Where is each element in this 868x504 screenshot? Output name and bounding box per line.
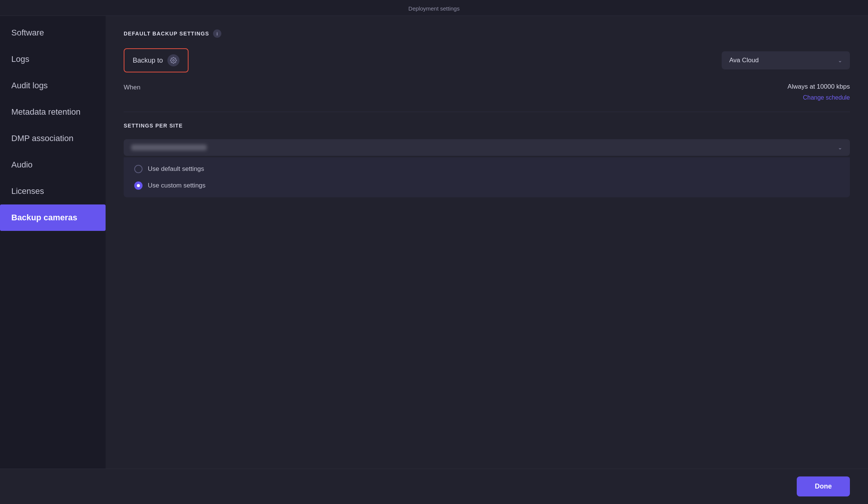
radio-circle-use-default [134,165,143,173]
svg-point-0 [173,60,175,61]
title-bar: Deployment settings [0,0,868,16]
radio-options-container: Use default settingsUse custom settings [124,157,850,197]
sidebar-item-dmp-association[interactable]: DMP association [0,125,106,152]
default-backup-header: DEFAULT BACKUP SETTINGS i [124,29,850,38]
radio-option-use-default[interactable]: Use default settings [134,165,839,173]
sidebar-item-licenses[interactable]: Licenses [0,178,106,204]
sidebar: SoftwareLogsAudit logsMetadata retention… [0,16,106,469]
when-row: When Always at 10000 kbps Change schedul… [124,83,850,101]
main-layout: SoftwareLogsAudit logsMetadata retention… [0,16,868,469]
when-value: Always at 10000 kbps [788,83,850,91]
backup-to-button[interactable]: Backup to [124,48,189,72]
change-schedule-link[interactable]: Change schedule [803,94,850,101]
per-site-title: SETTINGS PER SITE [124,123,183,129]
radio-circle-use-custom [134,181,143,190]
sidebar-item-software[interactable]: Software [0,20,106,46]
backup-to-row: Backup to Ava Cloud ⌄ [124,48,850,72]
section-divider [124,112,850,112]
radio-option-use-custom[interactable]: Use custom settings [134,181,839,190]
radio-label-use-custom: Use custom settings [148,182,205,189]
when-value-block: Always at 10000 kbps Change schedule [788,83,850,101]
chevron-down-icon: ⌄ [838,57,842,63]
per-site-header: SETTINGS PER SITE [124,123,850,129]
sidebar-item-metadata-retention[interactable]: Metadata retention [0,99,106,125]
site-selector-bar[interactable]: ⌄ [124,139,850,156]
radio-label-use-default: Use default settings [148,165,204,173]
backup-destination-value: Ava Cloud [729,57,759,64]
backup-to-label: Backup to [133,57,163,65]
content-area: DEFAULT BACKUP SETTINGS i Backup to Ava … [106,16,868,469]
info-icon[interactable]: i [213,29,221,38]
site-name-blurred [131,144,207,151]
default-backup-title: DEFAULT BACKUP SETTINGS [124,31,209,37]
done-button[interactable]: Done [797,476,850,496]
bottom-bar: Done [0,469,868,504]
backup-destination-dropdown[interactable]: Ava Cloud ⌄ [722,51,850,69]
sidebar-item-logs[interactable]: Logs [0,46,106,72]
sidebar-item-backup-cameras[interactable]: Backup cameras [0,204,106,231]
per-site-section: SETTINGS PER SITE ⌄ Use default settings… [124,123,850,197]
page-title: Deployment settings [408,5,460,12]
gear-icon [167,54,179,66]
site-chevron-down-icon: ⌄ [838,144,842,151]
sidebar-item-audio[interactable]: Audio [0,152,106,178]
sidebar-item-audit-logs[interactable]: Audit logs [0,72,106,99]
when-label: When [124,83,140,91]
